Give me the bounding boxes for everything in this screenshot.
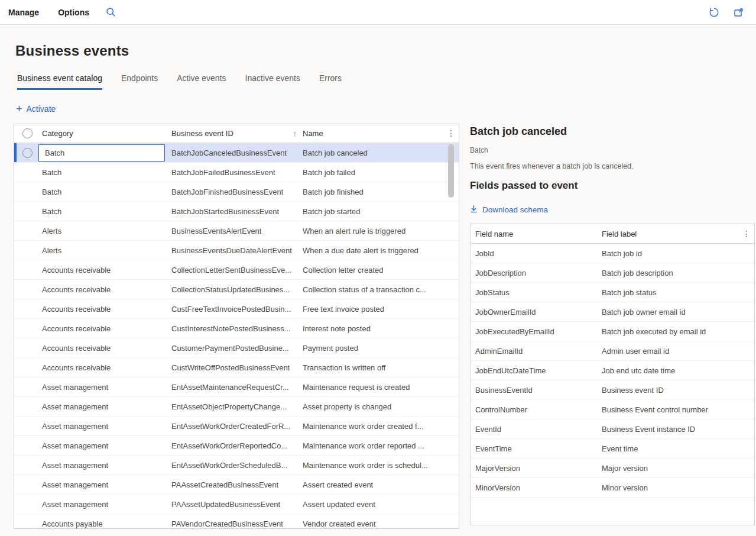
- table-row[interactable]: Accounts payablePAVendorCreatedBusinessE…: [14, 514, 459, 529]
- cell-name-text: Payment posted: [303, 344, 441, 353]
- fields-section-title: Fields passed to event: [470, 180, 755, 192]
- table-row[interactable]: Asset managementEntAssetObjectPropertyCh…: [14, 397, 459, 416]
- tab-active-events[interactable]: Active events: [177, 73, 226, 90]
- column-header-field-name[interactable]: Field name: [471, 230, 601, 238]
- table-row[interactable]: Accounts receivableCustInterestNotePoste…: [14, 319, 459, 338]
- table-row[interactable]: Accounts receivableCustWriteOffPostedBus…: [14, 358, 459, 377]
- cell-name-text: Assert created event: [303, 480, 441, 489]
- search-icon[interactable]: [106, 7, 116, 17]
- cell-field-name: ControlNumber: [471, 405, 601, 414]
- tab-business-event-catalog[interactable]: Business event catalog: [17, 73, 102, 90]
- cell-business-event-id-text: EntAssetMaintenanceRequestCr...: [171, 383, 289, 392]
- cell-category-text: Accounts receivable: [42, 285, 171, 294]
- fields-grid-body: JobIdBatch job idJobDescriptionBatch job…: [471, 244, 754, 498]
- table-row[interactable]: BatchBatchJobFinishedBusinessEventBatch …: [14, 182, 459, 202]
- cell-field-label: Business event ID: [601, 386, 739, 395]
- table-row[interactable]: Asset managementEntAssetWorkOrderCreated…: [14, 416, 459, 436]
- refresh-icon[interactable]: [709, 7, 719, 18]
- cell-category-text: Accounts receivable: [42, 363, 171, 372]
- row-checkbox[interactable]: [14, 148, 41, 158]
- cell-name: Batch job started: [303, 207, 443, 216]
- vertical-scrollbar-thumb[interactable]: [448, 144, 454, 198]
- cell-business-event-id-text: CollectionStatusUpdatedBusines...: [171, 285, 290, 294]
- cell-category-text: Batch: [42, 168, 171, 177]
- menu-manage[interactable]: Manage: [8, 8, 39, 17]
- table-row[interactable]: BatchBatchJobFailedBusinessEventBatch jo…: [14, 163, 459, 182]
- cell-name-text: Maintenance work order is schedul...: [303, 461, 441, 470]
- cell-name: Asset property is changed: [303, 402, 443, 411]
- grid-toolbar: + Activate: [16, 104, 756, 114]
- table-row[interactable]: Accounts receivableCustomerPaymentPosted…: [14, 338, 459, 358]
- column-header-category[interactable]: Category: [41, 129, 171, 138]
- cell-field-name: JobOwnerEmailId: [471, 308, 601, 317]
- cell-name: Interest note posted: [303, 324, 443, 333]
- focused-cell[interactable]: Batch: [38, 144, 165, 162]
- cell-field-name-text: ControlNumber: [475, 405, 601, 414]
- table-row[interactable]: Asset managementPAAssetUpdatedBusinessEv…: [14, 495, 459, 514]
- cell-field-label: Batch job executed by email id: [601, 327, 739, 336]
- tab-endpoints[interactable]: Endpoints: [121, 73, 158, 90]
- cell-category: Batch: [41, 168, 171, 177]
- table-row[interactable]: Asset managementEntAssetWorkOrderSchedul…: [14, 456, 459, 475]
- tab-inactive-events[interactable]: Inactive events: [245, 73, 300, 90]
- download-schema-link[interactable]: Download schema: [470, 205, 548, 215]
- cell-business-event-id: CustWriteOffPostedBusinessEvent: [171, 363, 303, 372]
- cell-name-text: When an alert rule is triggered: [303, 227, 441, 235]
- fields-grid-header: Field name Field label ⋮: [471, 224, 754, 244]
- table-row[interactable]: Asset managementEntAssetWorkOrderReporte…: [14, 436, 459, 456]
- table-row[interactable]: AlertsBusinessEventsAlertEventWhen an al…: [14, 221, 459, 241]
- cell-name-text: Free text invoice posted: [303, 305, 441, 314]
- table-row[interactable]: AlertsBusinessEventsDueDateAlertEventWhe…: [14, 241, 459, 260]
- field-row: ControlNumberBusiness Event control numb…: [471, 400, 754, 419]
- cell-name-text: Interest note posted: [303, 324, 441, 333]
- cell-business-event-id: CollectionStatusUpdatedBusines...: [171, 285, 303, 294]
- event-detail-panel: Batch job canceled Batch This event fire…: [470, 124, 755, 529]
- table-row[interactable]: Asset managementEntAssetMaintenanceReque…: [14, 377, 459, 397]
- cell-field-name: JobExecutedByEmailId: [471, 327, 601, 336]
- field-row: JobStatusBatch job status: [471, 283, 754, 302]
- field-row: EventIdBusiness Event instance ID: [471, 419, 754, 439]
- column-header-name[interactable]: Name: [303, 129, 443, 138]
- cell-category-text: Accounts receivable: [42, 324, 171, 333]
- activate-button[interactable]: + Activate: [16, 104, 56, 114]
- cell-field-label: Job end utc date time: [601, 366, 739, 375]
- column-header-business-event-id[interactable]: Business event ID ↑: [171, 129, 303, 138]
- grid-options-button[interactable]: ⋮: [443, 129, 459, 138]
- cell-name-text: When a due date alert is triggered: [303, 246, 441, 255]
- cell-business-event-id: PAAssetUpdatedBusinessEvent: [171, 500, 303, 509]
- open-new-window-icon[interactable]: [734, 7, 744, 18]
- table-row[interactable]: Accounts receivableCollectionStatusUpdat…: [14, 280, 459, 299]
- cell-field-label: Major version: [601, 464, 739, 473]
- select-all-checkbox[interactable]: [14, 128, 41, 138]
- field-row: JobIdBatch job id: [471, 244, 754, 263]
- menu-options[interactable]: Options: [58, 8, 89, 17]
- cell-name: Maintenance work order is schedul...: [303, 461, 443, 470]
- cell-field-label-text: Business event ID: [602, 386, 739, 395]
- table-row[interactable]: Asset managementPAAssetCreatedBusinessEv…: [14, 475, 459, 495]
- tab-errors[interactable]: Errors: [319, 73, 342, 90]
- cell-business-event-id: CustInterestNotePostedBusiness...: [171, 324, 303, 333]
- table-row[interactable]: Accounts receivableCustFreeTextInvoicePo…: [14, 299, 459, 319]
- table-row[interactable]: BatchBatchJobCanceledBusinessEventBatch …: [14, 143, 459, 163]
- cell-field-name-text: MinorVersion: [475, 483, 601, 492]
- cell-business-event-id-text: CustWriteOffPostedBusinessEvent: [171, 363, 290, 372]
- table-row[interactable]: Accounts receivableCollectionLetterSentB…: [14, 260, 459, 280]
- cell-name: When a due date alert is triggered: [303, 246, 443, 255]
- table-row[interactable]: BatchBatchJobStartedBusinessEventBatch j…: [14, 202, 459, 221]
- column-header-field-label[interactable]: Field label: [601, 230, 739, 238]
- cell-field-name-text: JobEndUtcDateTime: [475, 366, 601, 375]
- cell-field-name-text: JobId: [475, 249, 601, 258]
- business-event-catalog-grid: Category Business event ID ↑ Name ⋮ Batc…: [14, 124, 459, 529]
- cell-business-event-id-text: BusinessEventsDueDateAlertEvent: [171, 246, 292, 255]
- cell-category-text: Accounts receivable: [42, 266, 171, 275]
- cell-business-event-id: EntAssetWorkOrderCreatedForR...: [171, 422, 303, 431]
- fields-grid-options-button[interactable]: ⋮: [739, 230, 754, 238]
- field-row: MajorVersionMajor version: [471, 458, 754, 478]
- cell-field-name: JobStatus: [471, 288, 601, 297]
- tab-strip: Business event catalog Endpoints Active …: [17, 73, 756, 90]
- cell-business-event-id: BatchJobFinishedBusinessEvent: [171, 188, 303, 196]
- cell-business-event-id: BusinessEventsAlertEvent: [171, 227, 303, 235]
- cell-category: Asset management: [41, 383, 171, 392]
- main-content: Category Business event ID ↑ Name ⋮ Batc…: [14, 124, 756, 529]
- cell-business-event-id: EntAssetWorkOrderScheduledB...: [171, 461, 303, 470]
